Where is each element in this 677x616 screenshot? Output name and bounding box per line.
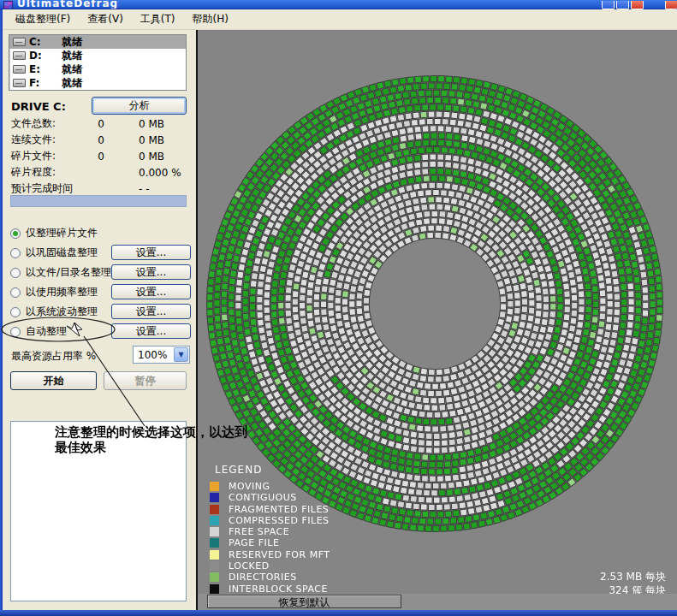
disk-panel: LEGEND MOVING CONTIGUOUS FRAGMENTED FILE… (198, 30, 677, 610)
control-panel: C: 就绪 D: 就绪 E: 就绪 F: 就绪 DRIVE C: 分析 (3, 30, 196, 610)
minimize-button[interactable] (602, 1, 615, 9)
start-button[interactable]: 开始 (10, 371, 97, 390)
drive-icon (13, 51, 26, 60)
radio-label: 以系统波动整理 (26, 305, 98, 319)
stat-fragmented-files: 碎片文件: 0 0 MB (11, 148, 188, 164)
drive-row-e[interactable]: E: 就绪 (9, 62, 186, 76)
legend-item-mft: RESERVED FOR MFT (210, 549, 330, 560)
resource-usage-dropdown[interactable]: 100% ▼ (133, 346, 190, 364)
stat-size: 0 MB (119, 134, 188, 146)
app-window: UltimateDefrag 磁盘整理(F) 查看(V) 工具(T) 帮助(H)… (0, 0, 677, 616)
settings-button-usage[interactable]: 设置... (111, 284, 191, 299)
directories-color-chip (210, 572, 219, 582)
radio-label: 以使用频率整理 (26, 285, 98, 299)
drive-status: 就绪 (62, 62, 82, 77)
legend-item-contiguous: CONTIGUOUS (210, 492, 330, 503)
menu-view[interactable]: 查看(V) (80, 9, 130, 29)
legend: LEGEND MOVING CONTIGUOUS FRAGMENTED FILE… (210, 464, 330, 595)
stat-size: 0.000 % (119, 167, 188, 179)
drive-row-c[interactable]: C: 就绪 (9, 35, 186, 49)
stat-size: 0 MB (119, 151, 188, 163)
stat-label: 碎片程度: (11, 165, 83, 180)
freespace-color-chip (210, 527, 219, 536)
menu-help[interactable]: 帮助(H) (186, 9, 235, 29)
window-title: UltimateDefrag (17, 0, 118, 9)
radio-label: 自动整理 (26, 324, 67, 339)
restore-strip: 恢复到默认 (198, 594, 677, 610)
progress-bar (10, 195, 187, 207)
resource-usage-label: 最高资源占用率 % (11, 349, 96, 364)
stat-size: 0 MB (119, 118, 188, 130)
radio-icon[interactable] (10, 248, 21, 258)
maximize-button[interactable] (616, 1, 629, 9)
drive-status: 就绪 (62, 35, 82, 50)
radio-label: 仅整理碎片文件 (26, 226, 98, 240)
drive-status: 就绪 (62, 76, 82, 91)
legend-item-interblock: INTERBLOCK SPACE (210, 583, 330, 595)
dropdown-value: 100% (134, 349, 173, 361)
radio-icon[interactable] (10, 327, 21, 337)
legend-item-fragmented: FRAGMENTED FILES (210, 504, 330, 515)
legend-item-compressed: COMPRESSED FILES (210, 515, 330, 526)
stat-fragmentation-level: 碎片程度: 0.000 % (11, 164, 188, 181)
radio-label: 以文件/目录名整理 (26, 265, 111, 280)
drive-icon (13, 79, 26, 87)
radio-icon[interactable] (10, 228, 21, 239)
close-button[interactable] (631, 1, 644, 9)
stat-size: - - (119, 183, 188, 195)
locked-color-chip (210, 561, 219, 571)
option-auto[interactable]: 自动整理 设置... (10, 322, 192, 341)
radio-icon[interactable] (10, 268, 21, 278)
legend-item-moving: MOVING (210, 481, 330, 492)
drive-row-f[interactable]: F: 就绪 (9, 76, 186, 90)
option-by-volatility[interactable]: 以系统波动整理 设置... (10, 302, 192, 322)
legend-item-pagefile: PAGE FILE (210, 537, 330, 548)
drive-status: 就绪 (62, 49, 82, 63)
fragmented-color-chip (210, 505, 219, 514)
radio-icon[interactable] (10, 307, 21, 317)
settings-button-filename[interactable]: 设置... (111, 264, 191, 280)
menu-bar: 磁盘整理(F) 查看(V) 工具(T) 帮助(H) (3, 9, 677, 30)
interblock-color-chip (210, 584, 219, 594)
stat-count: 0 (83, 134, 119, 146)
block-size-label: 2.53 MB 每块 (600, 570, 666, 583)
drive-name: D: (29, 50, 62, 62)
drive-name: E: (29, 63, 62, 75)
resource-usage-row: 最高资源占用率 % 100% ▼ (10, 346, 192, 364)
analyze-button[interactable]: 分析 (92, 97, 187, 115)
drive-listbox[interactable]: C: 就绪 D: 就绪 E: 就绪 F: 就绪 (9, 34, 187, 91)
stat-label: 文件总数: (11, 116, 83, 131)
stat-label: 碎片文件: (11, 149, 83, 163)
stat-label: 连续文件: (11, 133, 83, 147)
stat-contiguous-files: 连续文件: 0 0 MB (11, 132, 188, 148)
radio-label: 以巩固磁盘整理 (26, 246, 98, 260)
pause-button[interactable]: 暂停 (104, 371, 187, 390)
legend-item-directories: DIRECTORIES (210, 572, 330, 583)
chevron-down-icon[interactable]: ▼ (174, 347, 188, 362)
settings-button-consolidate[interactable]: 设置... (111, 245, 191, 260)
drive-name: C: (29, 36, 62, 48)
settings-button-auto[interactable]: 设置... (111, 323, 191, 339)
drive-row-d[interactable]: D: 就绪 (9, 49, 186, 62)
settings-button-volatility[interactable]: 设置... (111, 304, 191, 319)
restore-default-button[interactable]: 恢复到默认 (207, 595, 401, 608)
legend-item-freespace: FREE SPACE (210, 526, 330, 537)
menu-tools[interactable]: 工具(T) (134, 9, 182, 29)
stat-total-files: 文件总数: 0 0 MB (11, 116, 188, 132)
stats-block: 文件总数: 0 0 MB 连续文件: 0 0 MB 碎片文件: 0 0 MB 碎… (11, 116, 188, 197)
pagefile-color-chip (210, 538, 219, 548)
log-listbox[interactable] (10, 421, 187, 601)
option-by-usage[interactable]: 以使用频率整理 设置... (10, 282, 192, 302)
menu-disk-defrag[interactable]: 磁盘整理(F) (9, 9, 77, 29)
close-button-fragment (665, 1, 677, 9)
stat-count: 0 (83, 151, 119, 163)
contiguous-color-chip (210, 493, 219, 502)
option-fragmented-only[interactable]: 仅整理碎片文件 (10, 223, 192, 243)
legend-item-locked: LOCKED (210, 560, 330, 572)
option-consolidate[interactable]: 以巩固磁盘整理 设置... (10, 243, 192, 263)
stat-label: 预计完成时间 (11, 181, 83, 196)
option-by-filename[interactable]: 以文件/目录名整理 设置... (10, 263, 192, 282)
radio-icon[interactable] (10, 287, 21, 298)
title-bar[interactable]: UltimateDefrag (0, 0, 677, 9)
app-icon (3, 1, 13, 9)
